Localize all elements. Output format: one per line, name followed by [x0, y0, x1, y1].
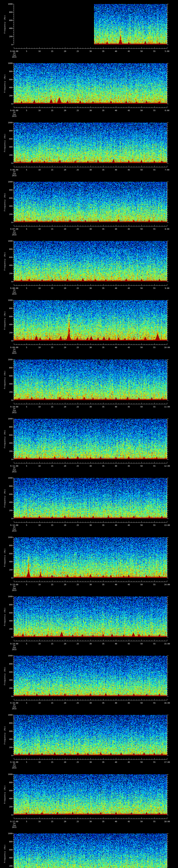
- x-tick-label: 45: [127, 110, 130, 112]
- y-tick-label: 600: [0, 79, 12, 81]
- x-tick-label: 30: [89, 702, 92, 704]
- x-tick-label: 55: [153, 643, 155, 645]
- x-tick-label: 25: [77, 524, 79, 526]
- y-tick-label: 400: [0, 87, 12, 89]
- x-tick-label: 40: [115, 465, 117, 467]
- x-tick-label: 20: [64, 643, 66, 645]
- x-tick-label: 30: [89, 465, 92, 467]
- x-tick-label: 20: [64, 169, 66, 171]
- x-tick-label: 55: [153, 169, 155, 171]
- y-tick-label: 200: [0, 509, 12, 512]
- y-axis-label: Frequency (Hz): [3, 182, 6, 222]
- y-tick-label: 1000: [0, 714, 12, 716]
- x-tick-label: 5: [26, 406, 27, 408]
- y-tick-label: 200: [0, 687, 12, 689]
- y-tick-label: 600: [0, 671, 12, 673]
- date-year-label: 2015: [12, 767, 17, 769]
- y-tick-label: 200: [0, 154, 12, 156]
- y-tick-label: 1000: [0, 596, 12, 597]
- x-tick-label: 25: [77, 820, 79, 823]
- x-tick-label: 35: [102, 346, 104, 348]
- x-tick-label: 30: [89, 643, 92, 645]
- spectrogram-panel-9-16-00: Frequency (Hz) 0200400600800100051015202…: [0, 711, 178, 770]
- x-end-time-label: 7:00: [165, 169, 170, 171]
- spectrogram-panel-9-07-00: Frequency (Hz) 0200400600800100051015202…: [0, 178, 178, 237]
- x-tick-label: 20: [64, 584, 66, 586]
- y-tick-label: 800: [0, 663, 12, 665]
- x-tick-label: 30: [89, 524, 92, 526]
- y-tick-label: 800: [0, 130, 12, 132]
- x-tick-label: 10: [38, 524, 40, 526]
- x-end-time-label: 13:00: [164, 524, 170, 526]
- x-tick-label: 55: [153, 524, 155, 526]
- y-tick-label: 600: [0, 375, 12, 377]
- x-tick-label: 10: [38, 406, 40, 408]
- x-tick-label: 10: [38, 110, 40, 112]
- y-tick-label: 600: [0, 493, 12, 495]
- x-tick-label: 5: [26, 524, 27, 526]
- y-tick-label: 200: [0, 628, 12, 630]
- x-tick-label: 50: [140, 465, 143, 467]
- y-tick-label: 800: [0, 841, 12, 843]
- y-tick-label: 600: [0, 730, 12, 732]
- x-tick-label: 45: [127, 50, 130, 52]
- y-tick-label: 0: [0, 695, 12, 698]
- x-tick-label: 50: [140, 346, 143, 348]
- y-tick-label: 600: [0, 553, 12, 555]
- x-tick-label: 25: [77, 702, 79, 704]
- x-tick-label: 50: [140, 643, 143, 645]
- x-tick-label: 15: [51, 820, 53, 823]
- x-tick-label: 50: [140, 228, 143, 230]
- y-tick-label: 200: [0, 865, 12, 867]
- x-end-time-label: 12:00: [164, 465, 170, 467]
- x-tick-label: 5: [26, 465, 27, 467]
- y-tick-label: 400: [0, 561, 12, 563]
- x-tick-label: 55: [153, 702, 155, 704]
- x-tick-label: 35: [102, 584, 104, 586]
- y-tick-label: 400: [0, 383, 12, 385]
- y-tick-label: 800: [0, 367, 12, 369]
- y-tick-label: 200: [0, 806, 12, 808]
- y-tick-label: 600: [0, 20, 12, 21]
- x-tick-label: 10: [38, 465, 40, 467]
- x-tick-label: 45: [127, 524, 130, 526]
- x-tick-label: 10: [38, 346, 40, 348]
- x-tick-label: 40: [115, 50, 117, 52]
- x-tick-label: 30: [89, 584, 92, 586]
- x-tick-label: 10: [38, 228, 40, 230]
- date-year-label: 2015: [12, 234, 17, 236]
- y-tick-label: 0: [0, 518, 12, 520]
- x-tick-label: 15: [51, 524, 53, 526]
- x-tick-label: 15: [51, 346, 53, 348]
- y-tick-label: 1000: [0, 359, 12, 361]
- y-tick-label: 1000: [0, 62, 12, 64]
- y-tick-label: 1000: [0, 299, 12, 301]
- x-tick-label: 10: [38, 761, 40, 763]
- x-tick-label: 5: [26, 702, 27, 704]
- x-tick-label: 30: [89, 287, 92, 289]
- y-tick-label: 800: [0, 722, 12, 724]
- x-tick-label: 55: [153, 584, 155, 586]
- y-tick-label: 600: [0, 316, 12, 317]
- y-tick-label: 0: [0, 459, 12, 460]
- x-tick-label: 50: [140, 820, 143, 823]
- date-year-label: 2015: [12, 471, 17, 473]
- date-year-label: 2015: [12, 56, 17, 58]
- y-axis-label: Frequency (Hz): [3, 419, 6, 459]
- x-tick-label: 35: [102, 524, 104, 526]
- x-tick-label: 10: [38, 169, 40, 171]
- date-year-label: 2015: [12, 649, 17, 650]
- x-tick-label: 30: [89, 820, 92, 823]
- y-tick-label: 1000: [0, 655, 12, 657]
- y-tick-label: 1000: [0, 418, 12, 420]
- y-axis-label: Frequency (Hz): [3, 63, 6, 104]
- x-tick-label: 55: [153, 110, 155, 112]
- x-tick-label: 45: [127, 287, 130, 289]
- y-axis-label: Frequency (Hz): [3, 715, 6, 755]
- x-tick-label: 40: [115, 228, 117, 230]
- y-tick-label: 1000: [0, 536, 12, 538]
- x-tick-label: 40: [115, 524, 117, 526]
- x-tick-label: 45: [127, 584, 130, 586]
- y-tick-label: 400: [0, 146, 12, 148]
- spectrogram-panel-9-13-00: Frequency (Hz) 0200400600800100051015202…: [0, 533, 178, 593]
